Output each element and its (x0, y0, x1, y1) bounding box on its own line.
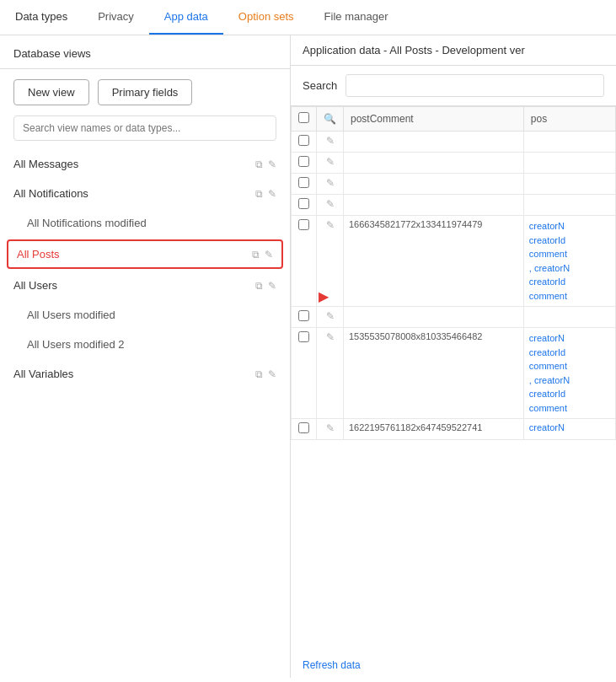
edit-icon[interactable]: ✎ (268, 158, 276, 170)
edit-row-icon[interactable]: ✎ (326, 177, 335, 189)
nav-icons: ⧉ ✎ (252, 249, 273, 260)
data-table: 🔍 postComment pos ✎ (291, 106, 616, 440)
row-checkbox[interactable] (298, 422, 309, 433)
edit-row-icon[interactable]: ✎ (326, 331, 335, 343)
search-label: Search (303, 79, 337, 92)
main-layout: Database views New view Primary fields A… (0, 35, 616, 678)
sidebar-item-all-variables[interactable]: All Variables ⧉ ✎ (0, 359, 290, 389)
edit-row-icon[interactable]: ✎ (326, 135, 335, 147)
edit-row-icon[interactable]: ✎ (326, 219, 335, 231)
edit-row-icon[interactable]: ✎ (326, 198, 335, 210)
row-edit[interactable]: ✎ (317, 132, 344, 153)
edit-row-icon[interactable]: ✎ (326, 156, 335, 168)
row-checkbox[interactable] (298, 219, 309, 230)
search-row: Search (291, 66, 616, 106)
row-link (523, 307, 615, 328)
col-header-check (292, 107, 317, 132)
right-panel: Application data - All Posts - Developme… (291, 35, 616, 678)
sidebar-item-all-users[interactable]: All Users ⧉ ✎ (0, 271, 290, 300)
tab-data-types[interactable]: Data types (0, 0, 83, 35)
sidebar-item-all-notifications[interactable]: All Notifications ⧉ ✎ (0, 179, 290, 208)
nav-item-label: All Users modified (27, 309, 276, 321)
sidebar-item-all-notifications-modified[interactable]: All Notifications modified (0, 208, 290, 238)
edit-icon[interactable]: ✎ (268, 368, 276, 380)
table-row: ✎ (292, 195, 616, 216)
row-id: 1535535078008x810335466482 (344, 328, 524, 419)
refresh-data-link[interactable]: Refresh data (291, 652, 616, 678)
copy-icon[interactable]: ⧉ (255, 188, 263, 200)
table-row: ✎ ▶ 1666345821772x133411974479 creatorNc… (292, 216, 616, 307)
data-search-input[interactable] (345, 74, 604, 97)
row-edit[interactable]: ✎ (317, 174, 344, 195)
tabs-bar: Data types Privacy App data Option sets … (0, 0, 616, 35)
row-checkbox[interactable] (298, 156, 309, 167)
nav-item-label: All Notifications modified (27, 217, 276, 229)
copy-icon[interactable]: ⧉ (255, 368, 263, 380)
select-all-checkbox[interactable] (298, 112, 309, 123)
table-row: ✎ 1535535078008x810335466482 creatorNcre… (292, 328, 616, 419)
nav-item-label: All Notifications (13, 187, 255, 200)
row-link (523, 132, 615, 153)
row-check (292, 174, 317, 195)
sidebar-item-all-messages[interactable]: All Messages ⧉ ✎ (0, 149, 290, 179)
tab-file-manager[interactable]: File manager (309, 0, 404, 35)
view-search-input[interactable] (13, 115, 276, 141)
nav-item-label: All Users modified 2 (27, 338, 276, 351)
row-id (344, 195, 524, 216)
data-table-wrapper: 🔍 postComment pos ✎ (291, 106, 616, 652)
copy-icon[interactable]: ⧉ (255, 158, 263, 170)
row-check (292, 132, 317, 153)
row-link (523, 174, 615, 195)
tab-option-sets[interactable]: Option sets (223, 0, 309, 35)
primary-fields-button[interactable]: Primary fields (98, 79, 193, 105)
col-header-pos: pos (523, 107, 615, 132)
table-row: ✎ 1622195761182x647459522741 creatorN (292, 419, 616, 440)
edit-row-icon[interactable]: ✎ (326, 310, 335, 322)
row-check (292, 216, 317, 307)
new-view-button[interactable]: New view (13, 79, 89, 105)
row-checkbox[interactable] (298, 177, 309, 188)
row-link: creatorNcreatorIdcomment, creatorNcreato… (523, 328, 615, 419)
row-edit[interactable]: ✎ (317, 195, 344, 216)
row-link (523, 195, 615, 216)
row-id: 1666345821772x133411974479 (344, 216, 524, 307)
table-row: ✎ (292, 153, 616, 174)
row-check (292, 307, 317, 328)
row-edit[interactable]: ✎ (317, 328, 344, 419)
sidebar-item-all-posts[interactable]: All Posts ⧉ ✎ (7, 239, 283, 269)
sidebar-item-all-users-modified[interactable]: All Users modified (0, 300, 290, 330)
row-link: creatorN (523, 419, 615, 440)
row-checkbox[interactable] (298, 310, 309, 321)
row-check (292, 328, 317, 419)
tab-app-data[interactable]: App data (149, 0, 223, 35)
row-id (344, 307, 524, 328)
nav-icons: ⧉ ✎ (255, 280, 276, 292)
edit-icon[interactable]: ✎ (265, 249, 273, 260)
edit-icon[interactable]: ✎ (268, 188, 276, 200)
copy-icon[interactable]: ⧉ (255, 280, 263, 292)
row-checkbox[interactable] (298, 198, 309, 209)
row-edit[interactable]: ✎ ▶ (317, 216, 344, 307)
row-checkbox[interactable] (298, 331, 309, 342)
row-edit[interactable]: ✎ (317, 153, 344, 174)
row-link: creatorNcreatorIdcomment, creatorNcreato… (523, 216, 615, 307)
nav-icons: ⧉ ✎ (255, 368, 276, 380)
row-checkbox[interactable] (298, 135, 309, 146)
row-id: 1622195761182x647459522741 (344, 419, 524, 440)
database-views-header: Database views (0, 35, 290, 69)
nav-item-label: All Variables (13, 368, 255, 380)
tab-privacy[interactable]: Privacy (83, 0, 149, 35)
row-edit[interactable]: ✎ (317, 419, 344, 440)
row-check (292, 195, 317, 216)
table-row: ✎ (292, 174, 616, 195)
nav-list: All Messages ⧉ ✎ All Notifications ⧉ ✎ A… (0, 149, 290, 678)
row-check (292, 419, 317, 440)
copy-icon[interactable]: ⧉ (252, 249, 260, 260)
sidebar-item-all-users-modified-2[interactable]: All Users modified 2 (0, 330, 290, 359)
search-col-icon: 🔍 (324, 113, 336, 125)
edit-row-icon[interactable]: ✎ (326, 422, 335, 434)
action-buttons: New view Primary fields (0, 69, 290, 115)
right-panel-header: Application data - All Posts - Developme… (291, 35, 616, 66)
row-edit[interactable]: ✎ (317, 307, 344, 328)
edit-icon[interactable]: ✎ (268, 280, 276, 292)
